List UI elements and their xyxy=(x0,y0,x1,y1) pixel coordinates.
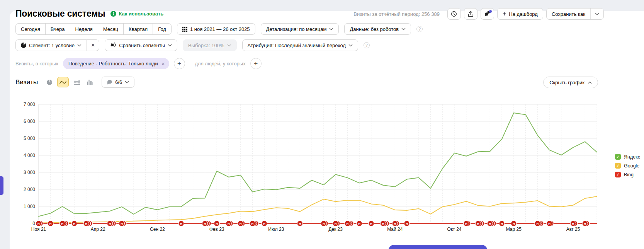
annotation-marker[interactable]: Н xyxy=(297,221,303,227)
filter-chip-robots[interactable]: Поведение · Роботность: Только люди × xyxy=(63,58,169,69)
add-visit-filter-button[interactable]: + xyxy=(174,58,185,69)
annotation-marker[interactable]: Н xyxy=(464,221,471,227)
annotation-marker[interactable]: Н xyxy=(321,221,328,227)
chip-close-icon[interactable]: × xyxy=(161,61,165,67)
segment-dropdown[interactable]: Сегмент: 1 условие xyxy=(15,39,87,51)
data-mode-dropdown[interactable]: Данные: без роботов xyxy=(344,23,411,35)
chevron-down-icon xyxy=(401,28,406,31)
legend-item-Google[interactable]: ✓Google xyxy=(615,163,640,169)
y-axis-tick: 1 000 xyxy=(24,204,35,209)
columns-chart-icon xyxy=(87,80,93,85)
period-tab-yesterday[interactable]: Вчера xyxy=(45,23,70,35)
annotation-glyph: Н xyxy=(299,222,301,225)
annotation-marker[interactable]: Н xyxy=(570,221,578,227)
how-to-use-link[interactable]: Как использовать xyxy=(110,11,163,17)
annotation-marker[interactable]: Н xyxy=(333,221,340,227)
comments-button[interactable] xyxy=(481,8,494,20)
bottom-action-button[interactable] xyxy=(388,245,488,249)
sampling-dropdown[interactable]: Выборка: 100% xyxy=(183,39,237,51)
annotation-marker[interactable]: Н xyxy=(48,221,53,227)
annotation-marker[interactable]: Н xyxy=(71,221,77,227)
visits-chart[interactable]: 01 0002 0003 0004 0005 0006 0007 000Ноя … xyxy=(15,95,603,237)
x-axis-tick: Дек 23 xyxy=(328,227,343,232)
annotation-marker[interactable]: Н xyxy=(582,221,590,227)
annotation-marker[interactable]: Н xyxy=(404,221,410,227)
annotation-marker[interactable]: Н xyxy=(547,221,554,227)
series-line-Яндекс[interactable] xyxy=(39,113,597,217)
series-line-Google[interactable] xyxy=(39,196,597,223)
chevron-down-icon xyxy=(125,81,129,84)
period-tab-today[interactable]: Сегодня xyxy=(15,23,46,35)
period-tab-month[interactable]: Месяц xyxy=(98,23,124,35)
annotation-marker[interactable]: Н xyxy=(487,221,496,227)
attribution-label: Атрибуция: Последний значимый переход xyxy=(248,43,346,48)
annotation-marker[interactable]: Н xyxy=(535,221,544,227)
plus-icon: + xyxy=(254,60,258,68)
save-as-menu-button[interactable] xyxy=(591,9,603,19)
annotation-glyph: Н xyxy=(204,222,206,225)
chart-type-area-button[interactable] xyxy=(71,77,82,87)
detail-dropdown[interactable]: Детализация: по месяцам xyxy=(261,23,339,35)
annotation-marker[interactable]: Н xyxy=(357,221,362,227)
annotation-glyph: Н xyxy=(513,222,515,225)
save-as-button[interactable]: Сохранить как xyxy=(546,8,604,20)
tab-label: Неделя xyxy=(75,26,93,32)
legend-checkbox-icon[interactable]: ✓ xyxy=(615,163,621,169)
annotation-marker[interactable]: Н xyxy=(59,221,69,227)
annotation-marker[interactable]: Н xyxy=(36,221,43,227)
export-button[interactable] xyxy=(464,8,477,20)
upload-icon xyxy=(468,11,474,17)
side-panel-handle[interactable] xyxy=(0,176,3,195)
calendar-grid-icon xyxy=(182,27,187,32)
legend-item-Bing[interactable]: ✓Bing xyxy=(615,172,640,177)
annotation-marker[interactable]: Н xyxy=(178,221,184,227)
annotation-marker[interactable]: Н xyxy=(214,221,220,227)
date-range-button[interactable]: 1 ноя 2021 — 26 окт 2025 xyxy=(177,23,255,35)
plus-icon: + xyxy=(503,11,506,17)
chevron-up-icon xyxy=(588,81,592,84)
visits-summary: Визиты за отчётный период: 256 389 xyxy=(353,11,440,17)
add-people-filter-button[interactable]: + xyxy=(250,58,262,69)
annotation-marker[interactable]: Н xyxy=(499,221,505,227)
chart-type-columns-button[interactable] xyxy=(84,77,96,87)
pie-chart-icon xyxy=(46,79,53,85)
compare-segments-dropdown[interactable]: Сравнить сегменты xyxy=(105,39,177,51)
annotation-glyph: Н xyxy=(358,222,360,225)
annotation-marker[interactable]: Н xyxy=(345,221,354,227)
annotation-marker[interactable]: Н xyxy=(475,221,484,227)
annotation-marker[interactable]: Н xyxy=(107,221,116,227)
metrics-dropdown[interactable]: 6/6 xyxy=(102,77,134,88)
annotation-marker[interactable]: Н xyxy=(238,221,245,227)
info-icon xyxy=(110,11,116,17)
annotation-marker[interactable]: Н xyxy=(202,221,211,227)
period-tab-quarter[interactable]: Квартал xyxy=(123,23,153,35)
attribution-dropdown[interactable]: Атрибуция: Последний значимый переход xyxy=(242,39,359,51)
annotation-marker[interactable]: Н xyxy=(119,221,126,227)
help-icon[interactable]: ? xyxy=(416,26,423,32)
chart-type-line-button[interactable] xyxy=(57,77,69,87)
segment-clear-button[interactable]: × xyxy=(87,39,99,51)
annotation-marker[interactable]: Н xyxy=(262,221,267,227)
hide-chart-button[interactable]: Скрыть график xyxy=(543,77,598,88)
annotation-marker[interactable]: Н xyxy=(250,221,259,227)
legend-item-Яндекс[interactable]: ✓Яндекс xyxy=(615,154,640,160)
history-button[interactable] xyxy=(447,8,461,20)
chart-type-pie-button[interactable] xyxy=(44,77,55,87)
help-icon[interactable]: ? xyxy=(364,42,370,48)
x-axis-tick: Сен 22 xyxy=(150,227,165,232)
annotation-marker[interactable]: Н xyxy=(369,221,374,227)
legend-label: Bing xyxy=(624,172,634,177)
annotation-marker[interactable]: Н xyxy=(83,221,93,227)
legend-checkbox-icon[interactable]: ✓ xyxy=(615,172,621,177)
annotation-marker[interactable]: Н xyxy=(380,221,389,227)
period-tab-week[interactable]: Неделя xyxy=(70,23,98,35)
annotation-marker[interactable]: Н xyxy=(226,221,233,227)
annotation-marker[interactable]: Н xyxy=(392,221,399,227)
annotation-marker[interactable]: Н xyxy=(511,221,517,227)
legend-checkbox-icon[interactable]: ✓ xyxy=(615,154,621,160)
tab-label: Год xyxy=(158,26,166,32)
y-axis-tick: 4 000 xyxy=(24,153,35,158)
annotation-glyph: Н xyxy=(382,222,384,225)
period-tab-year[interactable]: Год xyxy=(153,23,172,35)
add-to-dashboard-button[interactable]: + На дашборд xyxy=(497,8,543,20)
